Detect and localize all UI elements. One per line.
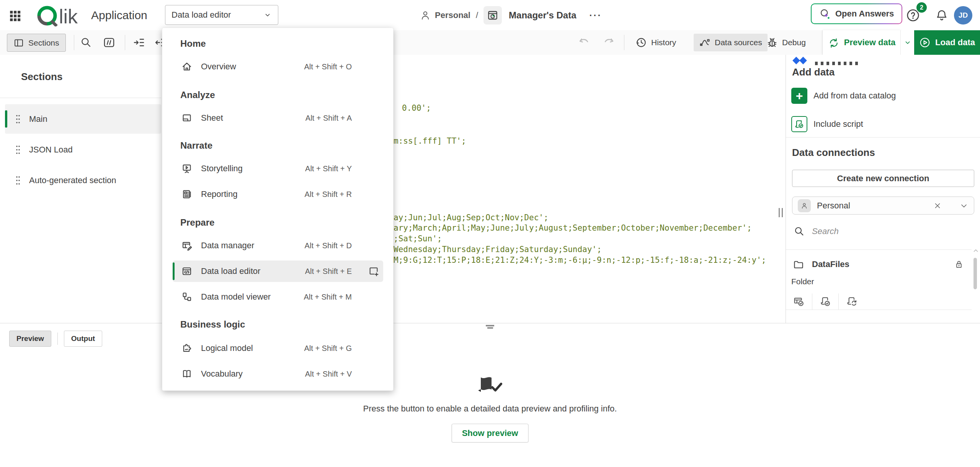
sheet-icon: [181, 112, 193, 124]
qlik-logo: lik: [35, 4, 87, 26]
connections-scrollbar[interactable]: [973, 258, 977, 289]
open-answers-button[interactable]: Open Answers: [811, 3, 902, 24]
panel-split-resize-handle[interactable]: [486, 325, 494, 329]
search-icon[interactable]: [79, 35, 93, 50]
divider: [57, 333, 58, 345]
code-line: m:ss[.fff] TT';: [394, 136, 466, 146]
sections-panel-title: Sections: [21, 71, 62, 83]
editor-toolbar: Sections History: [0, 30, 980, 55]
show-preview-label: Show preview: [462, 428, 518, 438]
reporting-icon: [181, 188, 193, 200]
tab-preview[interactable]: Preview: [9, 331, 51, 347]
notifications-bell-icon[interactable]: [935, 8, 949, 22]
person-icon: [420, 10, 431, 21]
history-clock-icon: [635, 37, 647, 48]
show-preview-button[interactable]: Show preview: [452, 424, 529, 442]
menu-item-sheet[interactable]: Sheet Alt + Shift + A: [162, 107, 393, 129]
plus-icon: +: [791, 88, 807, 104]
preview-options-chevron-button[interactable]: [900, 30, 915, 55]
menu-item-data-model-viewer[interactable]: Data model viewer Alt + Shift + M: [162, 286, 393, 308]
menu-item-vocabulary[interactable]: Vocabulary Alt + Shift + V: [162, 363, 393, 385]
app-options-menu-button[interactable]: ···: [590, 10, 602, 21]
menu-section-header-narrate: Narrate: [180, 140, 212, 151]
view-selector-dropdown[interactable]: Data load editor: [165, 5, 278, 25]
right-panel-resize-handle[interactable]: [779, 208, 783, 217]
clear-filter-x-icon[interactable]: [933, 202, 942, 210]
add-data-title: Add data: [792, 66, 835, 78]
menu-section-header-home: Home: [180, 38, 206, 49]
divider: [786, 310, 972, 310]
add-data-panel: Add data + Add from data catalog Include…: [786, 55, 980, 329]
data-sources-button[interactable]: Data sources: [694, 34, 768, 51]
code-line: M;9:G;12:T;15:P;18:E;21:Z;24:Y;-3:m;-6:µ…: [394, 256, 766, 265]
data-load-editor-icon: [181, 265, 193, 277]
section-item-auto-generated[interactable]: Auto-generated section: [5, 165, 161, 195]
redo-icon[interactable]: [602, 35, 616, 50]
load-data-button[interactable]: Load data: [914, 30, 980, 55]
connections-search: [794, 226, 928, 237]
debug-label: Debug: [782, 38, 806, 47]
script-check-illustration-icon: [476, 375, 504, 397]
sections-panel-toggle-button[interactable]: Sections: [7, 34, 66, 52]
menu-item-logical-model[interactable]: Logical model Alt + Shift + G: [162, 338, 393, 359]
code-line: ;Sat;Sun';: [394, 234, 442, 243]
history-button[interactable]: History: [630, 34, 681, 51]
open-in-new-tab-icon[interactable]: [367, 265, 380, 278]
section-item-label: Main: [29, 114, 47, 124]
select-data-icon[interactable]: [790, 293, 808, 310]
connections-search-input[interactable]: [811, 226, 928, 237]
scroll-up-arrow-icon[interactable]: [973, 249, 978, 252]
undo-icon[interactable]: [577, 35, 591, 50]
data-connections-title: Data connections: [792, 147, 875, 159]
include-script-button[interactable]: Include script: [791, 116, 863, 132]
preview-data-button[interactable]: Preview data: [822, 30, 901, 55]
drag-handle-icon[interactable]: [15, 114, 21, 124]
app-launcher-grid-icon[interactable]: [8, 9, 21, 22]
drag-handle-icon[interactable]: [15, 175, 21, 185]
answers-sparkle-icon: [819, 8, 831, 20]
user-avatar[interactable]: JD: [954, 6, 972, 25]
play-circle-icon: [919, 37, 931, 48]
indent-icon[interactable]: [132, 35, 146, 50]
chevron-down-icon[interactable]: [959, 201, 969, 210]
create-new-connection-button[interactable]: Create new connection: [792, 170, 974, 187]
section-item-json-load[interactable]: JSON Load: [5, 135, 161, 164]
open-answers-label: Open Answers: [835, 9, 894, 19]
section-item-label: JSON Load: [29, 145, 73, 155]
connection-item-datafiles[interactable]: DataFiles: [786, 255, 972, 274]
menu-item-overview[interactable]: Overview Alt + Shift + O: [162, 56, 393, 77]
add-from-data-catalog-button[interactable]: + Add from data catalog: [791, 88, 896, 104]
load-data-label: Load data: [935, 38, 975, 48]
folder-icon: [793, 259, 804, 270]
breadcrumb-app-name[interactable]: Manager's Data: [509, 10, 576, 21]
insert-script-icon[interactable]: [816, 293, 835, 310]
code-line: 0.00';: [402, 103, 431, 113]
sidebar-panel-icon: [13, 38, 24, 48]
toolbar-divider: [624, 35, 624, 50]
preview-panel-tabs: Preview Output: [9, 331, 102, 347]
comment-icon[interactable]: [102, 35, 116, 50]
history-label: History: [651, 38, 676, 47]
menu-section-header-analyze: Analyze: [180, 89, 215, 101]
breadcrumb-space[interactable]: Personal: [435, 10, 470, 20]
tab-output[interactable]: Output: [64, 331, 102, 347]
debug-button[interactable]: Debug: [761, 34, 811, 51]
lock-icon: [954, 259, 964, 270]
edit-connection-icon[interactable]: [843, 293, 861, 310]
toolbar-divider: [125, 35, 125, 50]
qlik-data-load-editor-window: lik Application Data load editor Persona…: [0, 0, 980, 467]
menu-item-data-manager[interactable]: Data manager Alt + Shift + D: [162, 235, 393, 256]
breadcrumb-separator: /: [476, 10, 478, 20]
toolbar-divider: [74, 35, 74, 50]
drag-handle-icon[interactable]: [15, 145, 21, 155]
menu-item-data-load-editor[interactable]: Data load editor Alt + Shift + E: [162, 261, 393, 282]
preview-data-label: Preview data: [844, 38, 896, 48]
space-filter-dropdown[interactable]: Personal: [792, 197, 974, 215]
connection-actions: [786, 293, 865, 310]
space-filter-value: Personal: [817, 201, 850, 211]
section-item-main[interactable]: Main: [5, 104, 161, 134]
view-navigation-menu: Home Overview Alt + Shift + O Analyze Sh…: [162, 28, 394, 391]
menu-item-reporting[interactable]: Reporting Alt + Shift + R: [162, 184, 393, 205]
section-item-label: Auto-generated section: [29, 175, 116, 185]
menu-item-storytelling[interactable]: Storytelling Alt + Shift + Y: [162, 158, 393, 179]
